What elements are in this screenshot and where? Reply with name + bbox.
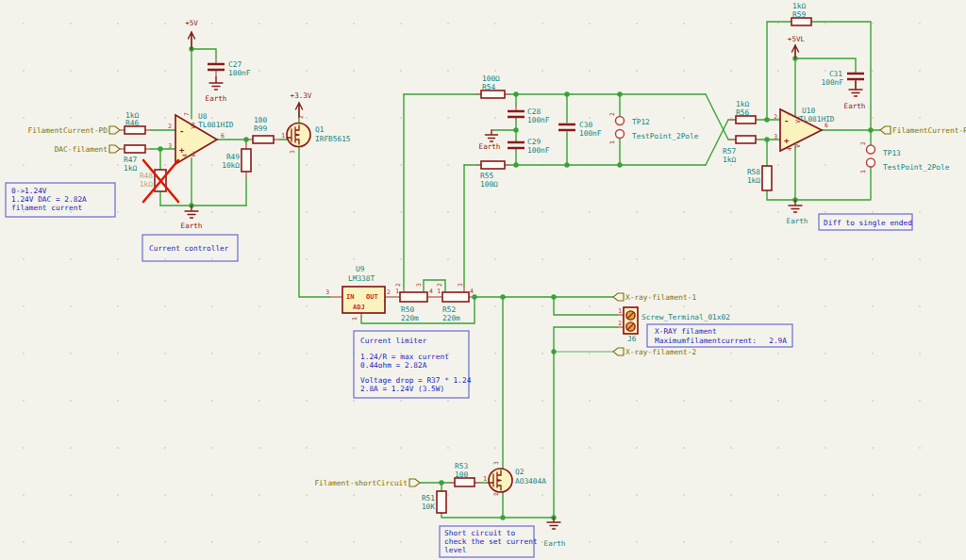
opamp-u10[interactable]: - + V+ V- 2 3 6 7 4 U10 TL081HID <box>774 107 835 151</box>
net-label-dac-filament[interactable]: DAC-filament <box>55 145 120 154</box>
c30-ref: C30 <box>579 121 592 129</box>
net-label-text: Filament-shortCircuit <box>314 479 408 487</box>
r49-value: 10kΩ <box>222 161 240 170</box>
r52-ref: R52 <box>442 305 456 314</box>
resistor-r51[interactable]: R51 10K <box>422 491 446 513</box>
q1-ref: Q1 <box>315 125 325 134</box>
resistor-r58[interactable]: R58 1kΩ <box>747 166 772 190</box>
minus-sign: - <box>784 116 789 125</box>
earth-u10[interactable]: Earth <box>787 200 808 225</box>
pin-2: 2 <box>774 113 777 121</box>
q2-value: AO3404A <box>515 477 546 486</box>
schematic-canvas: +5V +3.3V +5VL Earth Earth Earth Earth E… <box>0 0 966 560</box>
note-line: check the set current <box>444 537 538 546</box>
resistor-r57[interactable]: R57 1kΩ <box>723 136 756 164</box>
capacitor-c27[interactable]: C27 100nF <box>208 60 251 77</box>
earth-label: Earth <box>844 102 866 110</box>
resistor-r59[interactable]: 1kΩ R59 <box>791 2 811 25</box>
resistor-r50[interactable]: 1 4 2 3 R50 220m <box>394 283 433 322</box>
resistor-r49[interactable]: R49 10kΩ <box>222 149 251 172</box>
u9-ref: U9 <box>356 265 365 273</box>
earth-label: Earth <box>544 539 566 548</box>
plus-sign: + <box>784 136 790 145</box>
r55-ref: R55 <box>480 172 493 180</box>
r47-value: 1kΩ <box>124 164 137 173</box>
note-line: Voltage drop = R37 * 1.24 <box>360 376 472 385</box>
tp12-value: TestPoint_2Pole <box>632 132 699 140</box>
resistor-r54[interactable]: 100Ω R54 <box>481 74 505 98</box>
earth-bottom[interactable]: Earth <box>544 518 566 548</box>
note-line: Maximumfilamentcurrent: <box>655 337 757 345</box>
global-label-tag-icon <box>109 145 120 153</box>
resistor-r48-dnp[interactable]: R48 1kΩ <box>140 160 178 202</box>
r56-value: 1kΩ <box>736 100 749 108</box>
mosfet-q2[interactable]: 1 3 2 Q2 AO3404A <box>483 461 546 496</box>
r49-ref: R49 <box>226 153 240 161</box>
r50-ref: R50 <box>401 305 414 314</box>
global-label-tag-icon <box>409 479 420 486</box>
c28-ref: C28 <box>527 107 541 116</box>
r59-ref: R59 <box>792 10 806 19</box>
net-label-text: DAC-filament <box>55 145 108 154</box>
note-line: filament current <box>11 204 82 212</box>
earth-c31[interactable]: Earth <box>844 81 866 110</box>
pin-3: 3 <box>325 288 329 296</box>
out-label: OUT <box>366 293 378 301</box>
r55-value: 100Ω <box>480 180 498 189</box>
pin-3: 3 <box>289 150 296 154</box>
q2-ref: Q2 <box>515 468 525 476</box>
net-label-filament-shortcircuit[interactable]: Filament-shortCircuit <box>314 479 420 487</box>
earth-c27[interactable]: Earth <box>206 77 227 103</box>
resistor-r56[interactable]: 1kΩ R56 <box>736 100 756 124</box>
mosfet-q1[interactable]: 1 2 3 Q1 IRFB5615 <box>281 115 351 154</box>
net-label-xray-filament-2[interactable]: X-ray-filament-2 <box>613 348 696 356</box>
capacitor-c30[interactable]: C30 100nF <box>558 121 602 138</box>
minus-sign: - <box>179 126 184 136</box>
power-flag-5vl[interactable]: +5VL <box>788 35 806 58</box>
in-label: IN <box>346 293 354 301</box>
earth-label: Earth <box>206 94 227 103</box>
regulator-u9[interactable]: IN OUT ADJ 3 2 1 U9 LM338T <box>325 265 391 321</box>
resistor-r46[interactable]: 1kΩ R46 <box>125 111 145 134</box>
testpoint-tp12[interactable]: 2 1 TP12 TestPoint_2Pole <box>608 112 699 144</box>
capacitor-c29[interactable]: C29 100nF <box>508 138 550 155</box>
r58-value: 1kΩ <box>747 176 760 185</box>
r48-value: 1kΩ <box>140 180 153 189</box>
r57-ref: R57 <box>723 147 736 156</box>
resistor-r55[interactable]: R55 100Ω <box>480 161 505 189</box>
r51-value: 10K <box>422 502 435 511</box>
r58-ref: R58 <box>747 168 760 176</box>
resistor-r52[interactable]: 1 4 2 3 R52 220m <box>436 283 474 322</box>
net-label-filamentcurrent-pd[interactable]: FilamentCurrent-PD <box>28 126 121 135</box>
note-short-circuit: Short circuit to check the set current l… <box>440 526 538 557</box>
pin-7: 7 <box>183 112 191 116</box>
net-label-xray-filament-1[interactable]: X-ray-filament-1 <box>613 293 696 302</box>
note-diff-to-single-ended: Diff to single ended <box>819 214 912 230</box>
power-flag-5v[interactable]: +5V <box>185 19 198 49</box>
earth-u8[interactable]: Earth <box>181 206 203 230</box>
global-label-tag-icon <box>880 126 891 134</box>
resistor-r53[interactable]: R53 100 <box>455 462 475 486</box>
testpoint-tp13[interactable]: 2 1 TP13 TestPoint_2Pole <box>859 141 950 173</box>
power-flag-3v3[interactable]: +3.3V <box>291 91 312 117</box>
note-line: 2.8A = 1.24V (3.5W) <box>360 385 444 393</box>
pin-1: 1 <box>437 288 441 295</box>
tp13-ref: TP13 <box>883 149 901 157</box>
capacitor-c31[interactable]: C31 100nF <box>822 70 864 87</box>
note-line: 1.24/R = max current <box>360 353 449 361</box>
earth-filter[interactable]: Earth <box>479 130 501 151</box>
c28-value: 100nF <box>527 116 550 124</box>
pin-6: 6 <box>221 132 225 140</box>
resistor-r99[interactable]: 100 R99 <box>253 116 274 143</box>
earth-label: Earth <box>787 217 808 225</box>
pin-1: 1 <box>618 307 622 315</box>
r53-value: 100 <box>455 470 468 479</box>
r47-ref: R47 <box>124 156 137 164</box>
capacitor-c28[interactable]: C28 100nF <box>508 107 550 124</box>
opamp-u8[interactable]: - + V+ V- 2 3 6 7 4 U8 TL081HID <box>168 112 234 164</box>
net-label-filamentcurrent-p[interactable]: FilamentCurrent-P <box>880 126 966 135</box>
c27-value: 100nF <box>228 69 251 77</box>
note-line: Short circuit to <box>444 529 515 537</box>
resistor-r47[interactable]: R47 1kΩ <box>124 145 145 173</box>
pin-2: 2 <box>618 320 622 327</box>
